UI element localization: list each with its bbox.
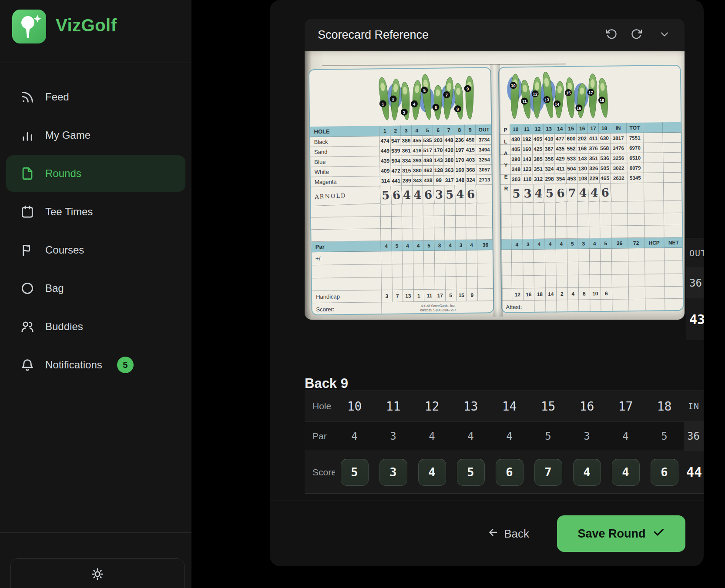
scorecard-cell bbox=[434, 216, 445, 228]
scorecard-cell bbox=[600, 226, 611, 238]
back-button[interactable]: Back bbox=[485, 526, 532, 541]
sidebar-bottom-divider bbox=[0, 532, 191, 533]
scorecard-cell bbox=[392, 229, 403, 241]
scorecard-cell: NET bbox=[664, 237, 684, 248]
collapse-card-button[interactable] bbox=[658, 28, 671, 42]
scorecard-cell: 8 bbox=[454, 125, 465, 135]
scorecard-cell bbox=[413, 216, 423, 228]
scorecard-cell bbox=[545, 249, 556, 262]
back9-score-cell-16: 4 bbox=[567, 451, 606, 493]
back9-par-hole-13: 4 bbox=[451, 421, 490, 451]
scorecard-cell bbox=[628, 201, 644, 214]
scorecard-cell bbox=[534, 215, 545, 227]
scorecard-cell bbox=[477, 263, 494, 276]
back9-hole-12: 12 bbox=[413, 391, 451, 421]
scorecard-cell bbox=[555, 202, 567, 214]
scorecard-cell bbox=[392, 251, 403, 264]
scorecard-cell: 6 bbox=[390, 186, 403, 205]
hole-number-badge: 12 bbox=[532, 90, 539, 97]
score-input-hole-16[interactable]: 4 bbox=[573, 459, 601, 486]
scorecard-cell bbox=[534, 301, 546, 313]
scorecard-cell bbox=[445, 264, 456, 277]
scorecard-cell: 6 bbox=[465, 185, 477, 204]
hole-illustration-14: 14 bbox=[554, 81, 564, 119]
scorecard-cell: 6 bbox=[433, 125, 444, 135]
hole-illustration-4: 4 bbox=[411, 80, 422, 120]
sidebar-item-feed[interactable]: Feed bbox=[6, 79, 185, 115]
score-input-hole-17[interactable]: 4 bbox=[612, 459, 640, 486]
scorecard-cell bbox=[664, 225, 684, 238]
scorecard-cell bbox=[544, 214, 556, 227]
sidebar-item-notifications[interactable]: Notifications5 bbox=[6, 347, 185, 383]
back9-score-in-total: 44 bbox=[684, 451, 704, 493]
scorecard-cell: 4 bbox=[533, 184, 545, 203]
scorecard-cell: 160 bbox=[521, 144, 533, 154]
scorecard-cell bbox=[628, 226, 644, 238]
sidebar-item-bag[interactable]: Bag bbox=[6, 270, 185, 307]
scorecard-cell bbox=[512, 263, 523, 276]
rotate-cw-button[interactable] bbox=[630, 28, 644, 42]
scorecard-cell: 315 bbox=[401, 166, 412, 176]
scorecard-cell bbox=[534, 227, 545, 239]
scorecard-cell bbox=[467, 276, 478, 289]
app-title: VizGolf bbox=[56, 16, 117, 35]
sidebar-item-my-game[interactable]: My Game bbox=[6, 117, 185, 154]
rotate-ccw-button[interactable] bbox=[604, 28, 618, 42]
scorecard-paper: 123456789HOLE123456789OUTBlack4745473864… bbox=[305, 51, 685, 320]
scorecard-cell: 14 bbox=[545, 288, 557, 300]
sidebar-item-label: Courses bbox=[45, 244, 84, 256]
scorecard-cell bbox=[501, 240, 512, 250]
scorecard-cell bbox=[456, 264, 467, 277]
score-input-hole-10[interactable]: 5 bbox=[341, 459, 369, 486]
score-input-hole-18[interactable]: 6 bbox=[651, 459, 678, 486]
sidebar-item-buddies[interactable]: Buddies bbox=[6, 308, 185, 345]
scorecard-cell bbox=[534, 263, 545, 276]
scorecard-cell bbox=[311, 217, 381, 230]
scorecard-cell: 4 bbox=[412, 186, 423, 204]
score-input-hole-14[interactable]: 6 bbox=[496, 459, 524, 486]
back9-par-hole-16: 3 bbox=[567, 421, 606, 451]
scorecard-cell bbox=[663, 122, 682, 133]
back9-hole-17: 17 bbox=[606, 391, 645, 421]
save-round-button[interactable]: Save Round bbox=[557, 515, 685, 552]
scorecard-cell bbox=[533, 203, 544, 215]
scorecard-cell bbox=[502, 276, 512, 289]
hole-number-badge: 16 bbox=[575, 104, 583, 112]
logo-row: VizGolf bbox=[0, 0, 191, 63]
hole-number-badge: 6 bbox=[432, 104, 439, 110]
sidebar-item-courses[interactable]: Courses bbox=[6, 232, 185, 268]
score-input-hole-13[interactable]: 5 bbox=[457, 459, 485, 486]
scorecard-cell: 539 bbox=[390, 146, 401, 156]
scorecard-cell bbox=[456, 251, 467, 264]
scorecard-cell: 5 bbox=[511, 184, 522, 203]
scorecard-cell bbox=[413, 251, 424, 264]
scorecard-cell: 4 bbox=[512, 239, 523, 250]
scorecard-cell: Blue bbox=[310, 156, 380, 167]
score-input-hole-11[interactable]: 3 bbox=[379, 459, 407, 486]
sidebar-item-rounds[interactable]: Rounds bbox=[6, 155, 185, 192]
scorecard-cell: 2632 bbox=[611, 173, 627, 183]
scorecard-cell: 4 bbox=[402, 186, 413, 204]
scorecard-cell: 387 bbox=[544, 144, 555, 154]
save-round-label: Save Round bbox=[577, 527, 645, 541]
score-input-hole-12[interactable]: 4 bbox=[418, 459, 446, 486]
scorecard-cell bbox=[628, 274, 645, 287]
scorecard-cell bbox=[546, 300, 557, 313]
scorecard-cell bbox=[590, 300, 601, 313]
scorecard-cell: 3 bbox=[433, 185, 444, 204]
notifications-badge: 5 bbox=[117, 357, 134, 373]
scorecard-cell: 4 bbox=[413, 241, 424, 251]
scorecard-cell: 536 bbox=[599, 154, 611, 164]
theme-toggle-button[interactable] bbox=[10, 558, 185, 588]
scorecard-cell bbox=[382, 277, 393, 290]
card-header: Scorecard Reference bbox=[305, 19, 685, 51]
scorecard-cell: 36 bbox=[477, 240, 494, 250]
scorecard-cell bbox=[665, 287, 684, 299]
scorecard-cell bbox=[424, 264, 435, 277]
hole-illustration-15: 15 bbox=[565, 77, 575, 118]
score-input-hole-15[interactable]: 7 bbox=[534, 459, 562, 486]
scorecard-cell: 18 bbox=[534, 288, 546, 301]
scorecard-cell bbox=[600, 202, 611, 214]
sidebar-item-tee-times[interactable]: Tee Times bbox=[6, 194, 185, 230]
scorecard-cell: 3 bbox=[382, 290, 393, 302]
